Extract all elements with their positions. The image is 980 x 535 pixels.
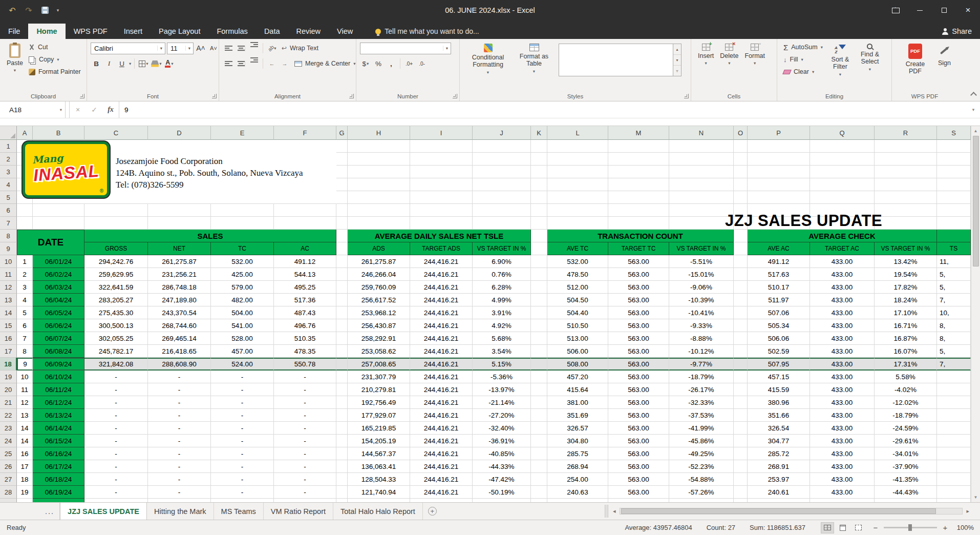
cell[interactable]: 380.96 (748, 396, 810, 409)
date-header[interactable]: DATE (17, 230, 84, 255)
cell[interactable]: 6.90% (473, 255, 531, 268)
cell[interactable] (748, 140, 810, 153)
column-header[interactable]: K (531, 126, 547, 140)
row-header[interactable]: 26 (0, 460, 17, 473)
cell[interactable]: 563.00 (608, 499, 669, 502)
cell[interactable]: 13.42% (875, 255, 937, 268)
cell[interactable]: 253,058.62 (348, 345, 410, 358)
cell[interactable] (531, 422, 547, 435)
cell[interactable]: - (84, 409, 148, 422)
cell[interactable]: 433.00 (810, 294, 875, 306)
cell[interactable]: -44.33% (473, 460, 531, 473)
row-header[interactable]: 17 (0, 345, 17, 358)
cell[interactable] (937, 230, 971, 242)
cell[interactable]: 326.54 (748, 422, 810, 435)
cell[interactable]: 285.72 (748, 447, 810, 460)
cell[interactable]: 10 (17, 371, 33, 383)
cell[interactable]: -47.21% (875, 499, 937, 502)
cell[interactable]: 9 (17, 358, 33, 371)
cell[interactable]: 5 (17, 306, 33, 319)
cell[interactable]: 259,760.09 (348, 281, 410, 294)
decrease-font-icon[interactable]: A˅ (208, 43, 219, 54)
cell[interactable] (348, 166, 410, 178)
align-right-button[interactable] (248, 58, 260, 69)
cell[interactable] (734, 435, 748, 447)
cell[interactable]: 433.00 (810, 268, 875, 281)
cell[interactable]: 244,416.21 (410, 435, 473, 447)
cell[interactable] (547, 217, 608, 230)
column-header[interactable]: P (748, 126, 810, 140)
cell[interactable] (937, 383, 971, 396)
cell[interactable]: 269,465.14 (148, 332, 211, 345)
cell[interactable]: 433.00 (810, 409, 875, 422)
tab-wps-pdf[interactable]: WPS PDF (66, 24, 116, 39)
cell[interactable]: - (84, 422, 148, 435)
cell[interactable] (211, 204, 274, 217)
cell[interactable]: 579.00 (211, 281, 274, 294)
cell[interactable]: 268.94 (547, 460, 608, 473)
cell[interactable] (410, 178, 473, 191)
cell[interactable]: 507.95 (748, 358, 810, 371)
cell[interactable] (531, 166, 547, 178)
row-header[interactable]: 22 (0, 409, 17, 422)
zoom-level[interactable]: 100% (953, 524, 974, 531)
cell[interactable]: 18 (17, 473, 33, 486)
cell[interactable] (17, 204, 33, 217)
underline-button[interactable]: U (116, 58, 127, 69)
cell[interactable]: - (84, 486, 148, 499)
cell[interactable] (410, 191, 473, 204)
cell[interactable]: 11, (937, 255, 971, 268)
insert-cells-button[interactable]: + Insert ▾ (695, 41, 717, 69)
column-header[interactable]: B (33, 126, 84, 140)
cell[interactable] (336, 435, 348, 447)
cell[interactable]: 240.63 (547, 486, 608, 499)
column-header[interactable]: E (211, 126, 274, 140)
date-cell[interactable]: 06/04/24 (33, 294, 84, 306)
cell[interactable] (608, 191, 669, 204)
cell[interactable] (336, 191, 348, 204)
cell[interactable]: 496.76 (274, 319, 336, 332)
cell[interactable] (33, 217, 84, 230)
cell[interactable]: - (274, 422, 336, 435)
cell[interactable]: 7, (937, 294, 971, 306)
cell[interactable] (473, 191, 531, 204)
cell[interactable] (608, 178, 669, 191)
cell[interactable]: 433.00 (810, 306, 875, 319)
delete-cells-button[interactable]: × Delete ▾ (717, 41, 741, 69)
subheader[interactable]: AVE AC (748, 242, 810, 255)
column-header[interactable]: M (608, 126, 669, 140)
cell[interactable]: 16.87% (875, 332, 937, 345)
cell[interactable]: -50.19% (473, 486, 531, 499)
cell[interactable]: 508.00 (547, 358, 608, 371)
cell[interactable]: 257,008.65 (348, 358, 410, 371)
conditional-formatting-button[interactable]: Conditional Formatting ▾ (463, 41, 513, 78)
cell[interactable]: 244,416.21 (410, 371, 473, 383)
clipboard-dialog-launcher-icon[interactable] (80, 94, 84, 98)
cell[interactable]: 228.58 (748, 499, 810, 502)
row-header[interactable]: 14 (0, 306, 17, 319)
cell[interactable] (937, 409, 971, 422)
date-cell[interactable]: 06/09/24 (33, 358, 84, 371)
row-header[interactable]: 8 (0, 230, 17, 242)
cell[interactable] (531, 230, 547, 242)
cell[interactable] (937, 166, 971, 178)
sheet-tab-total-halo-halo-report[interactable]: Total Halo Halo Report (333, 503, 423, 520)
date-cell[interactable]: 06/13/24 (33, 409, 84, 422)
cell[interactable]: 244,416.21 (410, 268, 473, 281)
cell[interactable]: 244,416.21 (410, 383, 473, 396)
cell[interactable] (531, 447, 547, 460)
cell[interactable] (336, 499, 348, 502)
cell[interactable] (937, 217, 971, 230)
enter-icon[interactable]: ✓ (86, 101, 102, 118)
number-format-select[interactable]: ▾ (360, 43, 451, 54)
cell[interactable]: -18.79% (875, 409, 937, 422)
fill-button[interactable]: ↓Fill▾ (781, 53, 825, 66)
cell[interactable]: - (148, 435, 211, 447)
cell[interactable]: 512.00 (547, 281, 608, 294)
cell[interactable] (336, 396, 348, 409)
cell[interactable]: 563.00 (608, 435, 669, 447)
cell[interactable] (148, 217, 211, 230)
styles-dialog-launcher-icon[interactable] (684, 94, 689, 98)
tell-me-box[interactable]: Tell me what you want to do... (375, 24, 479, 39)
cell[interactable] (937, 486, 971, 499)
